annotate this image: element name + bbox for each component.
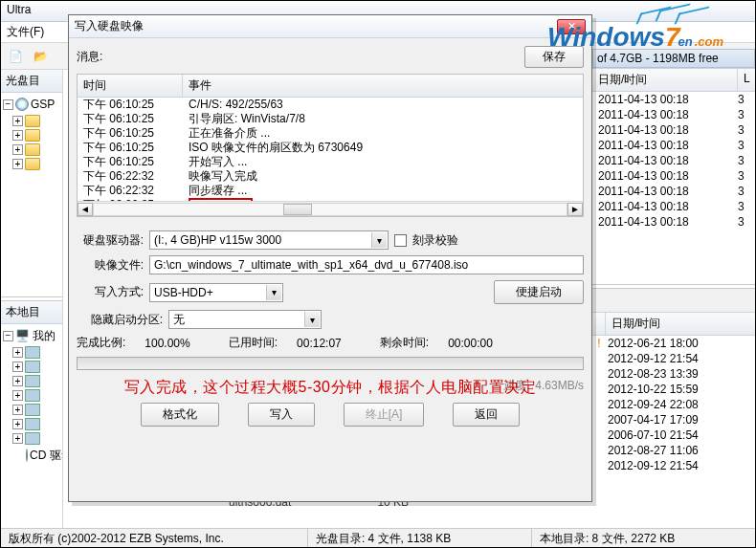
status-disc: 光盘目录: 4 文件, 1138 KB [308, 529, 532, 547]
col-date[interactable]: 日期/时间 [606, 313, 755, 335]
windows7en-logo: Windows7en.com [516, 7, 755, 56]
list-item[interactable]: 2012-08-23 13:39 [592, 366, 755, 382]
col-l[interactable]: L [738, 69, 755, 91]
col-event[interactable]: 事件 [183, 75, 583, 97]
logo-w: W [547, 24, 572, 51]
logo-en: en [678, 35, 692, 48]
tree-item[interactable]: + [3, 345, 60, 360]
tree-plus-icon[interactable]: + [12, 116, 23, 126]
list-item[interactable]: 2007-04-17 17:09 [592, 412, 755, 427]
tree-item[interactable]: + [3, 114, 60, 128]
list-item[interactable]: 2011-04-13 00:183 [592, 138, 755, 153]
disc-tree[interactable]: −GSP + + + + [1, 93, 62, 296]
tree-plus-icon[interactable]: + [12, 144, 23, 155]
tree-item[interactable]: + [3, 403, 60, 417]
lower-file-list[interactable]: !2012-06-21 18:002012-09-12 21:542012-08… [592, 336, 755, 528]
log-hscroll[interactable]: ◄ ► [78, 201, 583, 216]
tree-root-disc[interactable]: −GSP [3, 95, 60, 114]
upper-file-header[interactable]: 日期/时间 L [592, 68, 755, 92]
tree-item[interactable]: + [3, 360, 60, 374]
hidden-dropdown[interactable]: 无 ▾ [168, 310, 322, 329]
lower-file-header[interactable]: 日期/时间 [592, 312, 755, 336]
chevron-down-icon[interactable]: ▾ [304, 312, 320, 327]
tree-label: GSP [31, 96, 55, 113]
tree-item[interactable]: + [3, 388, 60, 403]
image-path-field[interactable]: G:\cn_windows_7_ultimate_with_sp1_x64_dv… [149, 255, 584, 274]
format-button[interactable]: 格式化 [141, 403, 219, 427]
status-copyright: 版权所有 (c)2002-2012 EZB Systems, Inc. [1, 529, 308, 547]
dialog-title-bar[interactable]: 写入硬盘映像 ✕ [69, 15, 591, 38]
file-flag: 3 [738, 108, 755, 121]
scroll-right-icon[interactable]: ► [567, 203, 583, 216]
scroll-thumb[interactable] [283, 204, 312, 215]
main-title-text: Ultra [7, 3, 31, 16]
tree-minus-icon[interactable]: − [3, 99, 13, 110]
tree-plus-icon[interactable]: + [12, 159, 23, 169]
return-button[interactable]: 返回 [453, 403, 520, 427]
list-item[interactable]: 2011-04-13 00:183 [592, 199, 755, 214]
list-item[interactable]: 2011-04-13 00:183 [592, 122, 755, 138]
tree-plus-icon[interactable]: + [12, 433, 23, 444]
tree-plus-icon[interactable]: + [12, 390, 23, 401]
list-item[interactable]: 2012-09-12 21:54 [592, 351, 755, 366]
folder-icon [25, 129, 40, 142]
chevron-down-icon[interactable]: ▾ [266, 285, 281, 300]
list-item[interactable]: 2011-04-13 00:183 [592, 153, 755, 168]
tree-plus-icon[interactable]: + [12, 362, 23, 372]
log-event: 映像写入完成 [183, 169, 583, 184]
tree-item[interactable]: + [3, 431, 60, 446]
scroll-left-icon[interactable]: ◄ [78, 203, 93, 216]
tree-item[interactable]: + [3, 417, 60, 431]
file-flag: 3 [738, 185, 755, 198]
write-method-value: USB-HDD+ [154, 286, 213, 299]
log-time: 下午 06:22:32 [78, 184, 183, 198]
list-item[interactable]: 2011-04-13 00:183 [592, 214, 755, 230]
list-item[interactable]: 2011-04-13 00:183 [592, 168, 755, 184]
tree-root-computer[interactable]: −🖥️我的 [3, 326, 60, 345]
upper-file-list[interactable]: 2011-04-13 00:1832011-04-13 00:1832011-0… [592, 92, 755, 284]
list-item[interactable]: 2012-08-27 11:06 [592, 443, 755, 458]
list-item[interactable]: 2011-04-13 00:183 [592, 92, 755, 107]
tree-item[interactable]: + [3, 128, 60, 142]
file-flag: 3 [738, 215, 755, 229]
tree-plus-icon[interactable]: + [12, 376, 23, 386]
menu-file[interactable]: 文件(F) [7, 25, 44, 38]
disc-icon [26, 449, 28, 462]
hidden-label: 隐藏启动分区: [77, 312, 163, 328]
tree-plus-icon[interactable]: + [12, 347, 23, 358]
write-button[interactable]: 写入 [248, 403, 315, 427]
file-date: 2011-04-13 00:18 [592, 200, 738, 213]
tree-plus-icon[interactable]: + [12, 130, 23, 141]
tree-plus-icon[interactable]: + [12, 405, 23, 415]
tree-item[interactable]: + [3, 142, 60, 157]
tree-item-cd[interactable]: CD 驱动器(H:) [3, 446, 60, 465]
list-item[interactable]: 2012-09-24 22:08 [592, 397, 755, 412]
tree-item[interactable]: + [3, 157, 60, 171]
col-date[interactable]: 日期/时间 [592, 69, 738, 91]
list-item[interactable]: 2012-09-12 21:54 [592, 458, 755, 473]
tree-plus-icon[interactable]: + [12, 419, 23, 429]
verify-checkbox[interactable] [394, 234, 407, 247]
file-date: 2012-06-21 18:00 [606, 337, 755, 350]
write-method-dropdown[interactable]: USB-HDD+ ▾ [149, 283, 283, 302]
new-icon[interactable]: 📄 [5, 46, 26, 67]
col-time[interactable]: 时间 [78, 75, 183, 97]
local-tree[interactable]: −🖥️我的 + + + + + + + CD 驱动器(H:) [1, 324, 62, 528]
tree-item[interactable]: + [3, 374, 60, 388]
list-item[interactable]: !2012-06-21 18:00 [592, 336, 755, 351]
log-row: 下午 06:10:25引导扇区: WinVista/7/8 [78, 112, 583, 126]
log-body[interactable]: 下午 06:10:25C/H/S: 492/255/63下午 06:10:25引… [78, 98, 583, 201]
list-item[interactable]: 2012-10-22 15:59 [592, 382, 755, 397]
list-item[interactable]: 2011-04-13 00:183 [592, 107, 755, 122]
open-icon[interactable]: 📂 [30, 46, 51, 67]
file-date: 2011-04-13 00:18 [592, 169, 738, 183]
tree-minus-icon[interactable]: − [3, 331, 13, 341]
file-date: 2012-09-12 21:54 [606, 459, 755, 472]
list-item[interactable]: 2006-07-10 21:54 [592, 427, 755, 443]
file-date: 2011-04-13 00:18 [592, 154, 738, 167]
scroll-track[interactable] [93, 203, 567, 216]
drive-dropdown[interactable]: (I:, 4 GB)HP v115w 3000 ▾ [149, 230, 389, 250]
list-item[interactable]: 2011-04-13 00:183 [592, 184, 755, 199]
convenient-boot-button[interactable]: 便捷启动 [494, 280, 584, 304]
chevron-down-icon[interactable]: ▾ [371, 232, 387, 248]
